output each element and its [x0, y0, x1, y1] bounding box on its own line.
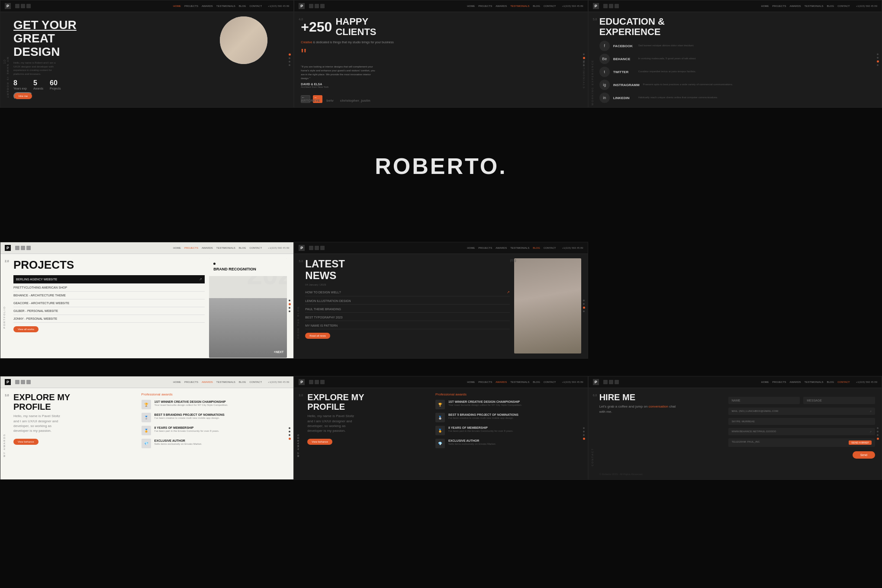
- nl8-contact[interactable]: CONTACT: [837, 381, 850, 383]
- view-behance-btn[interactable]: View behance: [13, 439, 39, 445]
- brief-btn[interactable]: SEND A BRIEF: [849, 440, 872, 445]
- nav-logo: P: [5, 3, 11, 9]
- nav-blog-5[interactable]: BLOG: [533, 247, 540, 249]
- award-info-0: 1ST WINNER CREATIVE DESIGN CHAMPIONSHIP …: [155, 400, 228, 407]
- news-item-2[interactable]: PAUL THEME BRANDING: [305, 306, 509, 313]
- nav-testimonials-4[interactable]: TESTIMONIALS: [216, 247, 235, 249]
- nav-social: [15, 4, 31, 8]
- nav-home-5[interactable]: HOME: [467, 247, 475, 249]
- instagram-desc: Praesent aptis to best practices a wide …: [643, 83, 875, 87]
- project-item-1[interactable]: PRETTYCLOTHING AMERICAN SHOP: [13, 284, 205, 292]
- view-behance-btn-dark[interactable]: View behance: [307, 439, 332, 445]
- social-twitter: t TWITTER Curabitur imperdiet lectus at …: [599, 67, 875, 77]
- nav-home-2[interactable]: HOME: [467, 5, 475, 7]
- award-item-2: 🏅 8 YEARS OF MEMBERSHIP I've been part i…: [142, 426, 287, 435]
- nl8-testimonials[interactable]: TESTIMONIALS: [805, 381, 824, 383]
- facebook-desc: Sed laoreet volutpat ultrices dolor vita…: [638, 44, 875, 48]
- logo-betv: betv: [326, 99, 333, 103]
- award-info-2: 8 YEARS OF MEMBERSHIP I've been part in …: [155, 426, 219, 433]
- name-input[interactable]: [728, 397, 800, 404]
- project-item-2[interactable]: BEHANCE - ARCHITECTURE THEME: [13, 292, 205, 299]
- nav-contact-3[interactable]: CONTACT: [837, 5, 850, 7]
- nl8-home[interactable]: HOME: [761, 381, 769, 383]
- read-more-btn[interactable]: Read all news: [305, 333, 330, 339]
- explore-subtitle-dark: Hello, my name is Pavel Stoltz and I am …: [307, 414, 359, 433]
- nav-awards[interactable]: AWARDS: [202, 5, 213, 7]
- news-item-3[interactable]: BEST TYPOGRAPHY 2023: [305, 314, 509, 321]
- news-list: HOW TO DESIGN WELL? ↗ LEMON ILLUSTRATION…: [305, 289, 509, 329]
- nl6-awards[interactable]: AWARDS: [202, 381, 213, 383]
- nav-awards-2[interactable]: AWARDS: [496, 5, 507, 7]
- contact-section-label: CONTACT: [591, 448, 594, 466]
- nl7-blog[interactable]: BLOG: [533, 381, 540, 383]
- award-dark-info-1: BEST 5 BRANDING PROJECT OF NOMINATIONS I…: [448, 413, 518, 420]
- next-label: +NEXT: [274, 350, 284, 353]
- hire-title: HIRE ME: [599, 392, 722, 402]
- nl7-testimonials[interactable]: TESTIMONIALS: [510, 381, 529, 383]
- award-dark-0: 🏆 1ST WINNER CREATIVE DESIGN CHAMPIONSHI…: [435, 400, 581, 409]
- nav-contact-5[interactable]: CONTACT: [544, 247, 556, 249]
- nl7-awards[interactable]: AWARDS: [496, 381, 507, 383]
- nav-contact[interactable]: CONTACT: [250, 5, 262, 7]
- nl6-blog[interactable]: BLOG: [239, 381, 246, 383]
- news-content: FROM THE BLOG 5.0 LATEST NEWS 04 January…: [294, 254, 587, 358]
- view-all-btn[interactable]: View all works: [13, 326, 39, 332]
- nav-projects[interactable]: PROJECTS: [184, 5, 198, 7]
- nav-contact-2[interactable]: CONTACT: [544, 5, 556, 7]
- nl7-home[interactable]: HOME: [467, 381, 475, 383]
- project-item-5[interactable]: JONNY - PERSONAL WEBSITE: [13, 315, 205, 323]
- nav-links-3: HOME PROJECTS AWARDS TESTIMONIALS BLOG C…: [761, 5, 850, 7]
- project-item-3[interactable]: GEACORE - ARCHITECTURE WEBSITE: [13, 299, 205, 307]
- project-item-0[interactable]: BERLING AGENCY WEBSITE ↗: [13, 275, 205, 284]
- nav-awards-light: P HOME PROJECTS AWARDS TESTIMONIALS BLOG…: [0, 376, 293, 388]
- nl7-contact[interactable]: CONTACT: [544, 381, 556, 383]
- nav-testimonials-5[interactable]: TESTIMONIALS: [510, 247, 529, 249]
- nav-testimonials[interactable]: TESTIMONIALS: [216, 5, 235, 7]
- message-input[interactable]: [803, 397, 875, 404]
- nl6-home[interactable]: HOME: [173, 381, 181, 383]
- logo-christopher: christopher_justin: [340, 99, 370, 103]
- nav-testimonials-3[interactable]: TESTIMONIALS: [805, 5, 824, 7]
- nav-awards-4[interactable]: AWARDS: [202, 247, 213, 249]
- nav-blog-2[interactable]: BLOG: [533, 5, 540, 7]
- working-label: WORKING EXPERIENCE: [591, 60, 594, 106]
- news-item-0[interactable]: HOW TO DESIGN WELL? ↗: [305, 289, 509, 296]
- behance-desc: In vorticing malesuada, 5 good years of …: [638, 57, 875, 61]
- nav-projects-2[interactable]: PROJECTS: [478, 5, 492, 7]
- hire-button[interactable]: Hire me: [13, 92, 33, 100]
- nav-phone: +1(315) 560 45 89: [268, 5, 289, 7]
- nl7-projects[interactable]: PROJECTS: [478, 381, 492, 383]
- nav-projects-card: P HOME PROJECTS AWARDS TESTIMONIALS BLOG…: [0, 242, 293, 254]
- news-item-1[interactable]: LEMON ILLUSTRATION DESIGN: [305, 298, 509, 305]
- nl6-testimonials[interactable]: TESTIMONIALS: [216, 381, 235, 383]
- nav-awards-5[interactable]: AWARDS: [496, 247, 507, 249]
- nav-home-4[interactable]: HOME: [173, 247, 181, 249]
- nav-projects-5[interactable]: PROJECTS: [478, 247, 492, 249]
- nl8-awards[interactable]: AWARDS: [790, 381, 801, 383]
- nav-phone-6: +1(315) 560 45 89: [268, 381, 289, 383]
- nav-blog-3[interactable]: BLOG: [827, 5, 834, 7]
- nl8-blog[interactable]: BLOG: [827, 381, 834, 383]
- nav-blog-4[interactable]: BLOG: [239, 247, 246, 249]
- nl6-projects[interactable]: PROJECTS: [184, 381, 198, 383]
- nav-social-2: [309, 4, 325, 8]
- send-button[interactable]: Send: [853, 451, 875, 459]
- nav-projects-3[interactable]: PROJECTS: [773, 5, 786, 7]
- hire-content: CONTACT 6.0 HIRE ME Let's grab a coffee …: [589, 388, 882, 479]
- nl8-projects[interactable]: PROJECTS: [773, 381, 786, 383]
- nav-blog[interactable]: BLOG: [239, 5, 246, 7]
- dot-nav-projects: [289, 300, 291, 312]
- nav-home[interactable]: HOME: [173, 5, 181, 7]
- nav-awards-3[interactable]: AWARDS: [790, 5, 801, 7]
- nav-home-3[interactable]: HOME: [761, 5, 769, 7]
- nav-social-7: [309, 380, 325, 384]
- dot-navigation: [289, 53, 291, 66]
- project-item-4[interactable]: GILBER - PERSONAL WEBSITE: [13, 307, 205, 315]
- news-item-4[interactable]: MY NAME IS PATTERN: [305, 322, 509, 329]
- nav-contact-4[interactable]: CONTACT: [250, 247, 262, 249]
- nav-logo-7: P: [299, 379, 305, 385]
- nav-projects-4[interactable]: PROJECTS: [184, 247, 198, 249]
- nl6-contact[interactable]: CONTACT: [250, 381, 262, 383]
- award-dark-icon-2: 🏅: [435, 426, 445, 435]
- nav-testimonials-2[interactable]: TESTIMONIALS: [510, 5, 529, 7]
